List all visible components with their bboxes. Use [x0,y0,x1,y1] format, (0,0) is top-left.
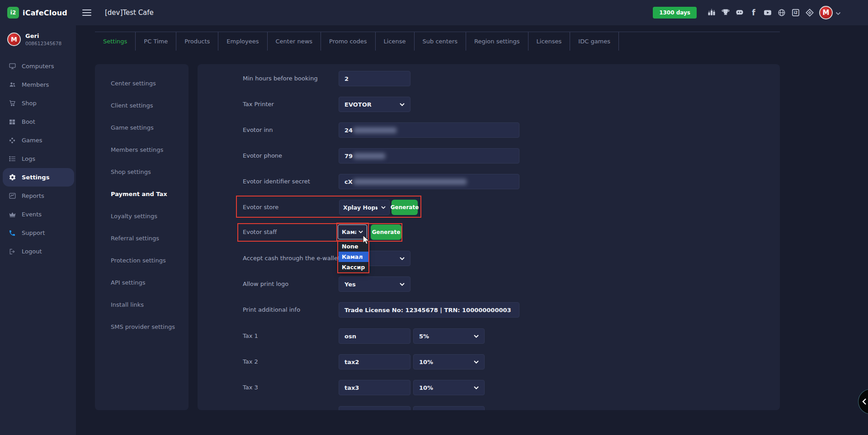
user-avatar[interactable]: M [819,6,833,19]
license-days-badge[interactable]: 1300 days [653,7,697,19]
user-id: 008612345678 [25,41,61,46]
partner-brand-icon[interactable] [805,8,815,18]
tab-bar: Settings PC Time Products Employees Cent… [95,32,619,51]
discord-icon[interactable] [735,8,745,18]
sidebar-item-support[interactable]: Support [0,224,76,242]
generate-store-button[interactable]: Generate [392,200,418,215]
field-label: Print additional info [243,302,300,318]
sidebar-item-events[interactable]: Events [0,205,76,224]
evotor-inn-input[interactable]: 24 [339,122,519,138]
tax3-rate-select[interactable]: 10% [413,380,485,395]
tax4-name-input[interactable] [339,406,410,410]
form-row: Allow print logo Yes [198,276,780,292]
submenu-install-links[interactable]: Install links [95,294,189,316]
cart-icon [8,99,16,108]
tax1-name-input[interactable]: osn [339,328,410,344]
evotor-staff-select[interactable]: Камал [338,225,367,239]
sidebar-item-computers[interactable]: Computers [0,57,76,75]
field-label: Tax 2 [243,354,258,370]
evotor-secret-input[interactable]: cX [339,174,519,189]
tab-center-news[interactable]: Center news [268,32,321,51]
tab-products[interactable]: Products [176,32,218,51]
tax-printer-select[interactable]: EVOTOR [339,97,410,112]
phone-icon [8,229,16,237]
list-icon [8,155,16,163]
submenu-referral-settings[interactable]: Referral settings [95,227,189,249]
facebook-icon[interactable]: f [749,8,759,18]
tab-pc-time[interactable]: PC Time [136,32,176,51]
sidebar-item-reports[interactable]: Reports [0,187,76,205]
submenu-payment-and-tax[interactable]: Payment and Tax [95,183,189,205]
logout-icon [8,248,16,256]
tab-sub-centers[interactable]: Sub centers [415,32,466,51]
gamepad-icon [8,136,16,145]
tab-license[interactable]: License [376,32,415,51]
sidebar-item-games[interactable]: Games [0,131,76,150]
tab-licenses[interactable]: Licenses [528,32,571,51]
menu-icon[interactable] [82,9,91,16]
field-label: Evotor identifier secret [243,174,310,189]
header: i2 iCafeCloud [dev]Test Cafe 1300 days f… [0,0,868,25]
sidebar-item-logs[interactable]: Logs [0,150,76,168]
tab-promo-codes[interactable]: Promo codes [321,32,376,51]
form-row: Print additional info Trade License No: … [198,302,780,318]
tax3-name-input[interactable]: tax3 [339,380,410,395]
sidebar-item-shop[interactable]: Shop [0,94,76,112]
field-label: Evotor store [243,200,278,215]
form-row: Tax 2 tax2 10% [198,354,780,370]
submenu-protection-settings[interactable]: Protection settings [95,249,189,271]
chat-widget-toggle[interactable] [858,389,868,414]
dropdown-option-none[interactable]: None [339,241,368,252]
evotor-store-select[interactable]: Xplay Норильск [339,200,390,215]
logo[interactable]: i2 iCafeCloud [0,0,76,25]
payment-tax-form: Min hours before booking 2 Tax Printer E… [198,64,780,410]
print-additional-info-input[interactable]: Trade License No: 12345678 | TRN: 100000… [339,302,519,318]
tab-employees[interactable]: Employees [218,32,267,51]
chevron-down-icon [400,257,405,260]
sidebar-item-logout[interactable]: Logout [0,242,76,261]
sidebar-item-members[interactable]: Members [0,75,76,94]
trophy-icon[interactable] [721,8,731,18]
sidebar-item-boot[interactable]: Boot [0,112,76,131]
globe-icon[interactable] [777,8,787,18]
chevron-down-icon [400,103,405,106]
page-title: [dev]Test Cafe [105,9,154,17]
redacted-value [354,153,385,159]
submenu-client-settings[interactable]: Client settings [95,94,189,117]
min-hours-input[interactable]: 2 [339,71,410,86]
sidebar: M Geri 008612345678 Computers Members Sh… [0,25,76,435]
submenu-members-settings[interactable]: Members settings [95,139,189,161]
chevron-down-icon[interactable] [835,9,841,17]
submenu-game-settings[interactable]: Game settings [95,117,189,139]
tab-idc-games[interactable]: IDC games [570,32,619,51]
allow-print-logo-select[interactable]: Yes [339,276,410,292]
form-row: Evotor staff Камал Generate [198,225,780,240]
tax2-rate-select[interactable]: 10% [413,354,485,370]
submenu-api-settings[interactable]: API settings [95,271,189,294]
submenu-sms-provider-settings[interactable]: SMS provider settings [95,316,189,338]
sidebar-item-label: Members [22,81,49,88]
tax4-rate-select[interactable] [413,406,485,410]
dropdown-option-kamal[interactable]: Камал [339,252,368,262]
submenu-center-settings[interactable]: Center settings [95,72,189,94]
tab-region-settings[interactable]: Region settings [466,32,528,51]
sidebar-user[interactable]: M Geri 008612345678 [0,25,76,52]
chevron-down-icon [400,283,405,286]
leaderboard-icon[interactable] [707,8,717,18]
submenu-shop-settings[interactable]: Shop settings [95,161,189,183]
tax1-rate-select[interactable]: 5% [413,328,485,344]
sidebar-item-settings[interactable]: Settings [3,168,74,187]
evotor-phone-input[interactable]: 79 [339,148,519,164]
generate-staff-button[interactable]: Generate [371,225,401,240]
youtube-icon[interactable] [763,8,773,18]
dropdown-option-kassir[interactable]: Кассир [339,262,368,272]
sidebar-item-label: Logout [22,248,42,255]
form-row: Evotor inn 24 [198,122,780,138]
tab-settings[interactable]: Settings [95,32,136,51]
sidebar-item-label: Boot [22,118,35,125]
submenu-loyalty-settings[interactable]: Loyalty settings [95,205,189,227]
icafecloud-icon[interactable]: i2 [791,8,801,18]
sidebar-item-label: Settings [22,174,49,181]
chevron-down-icon [359,230,363,234]
tax2-name-input[interactable]: tax2 [339,354,410,370]
